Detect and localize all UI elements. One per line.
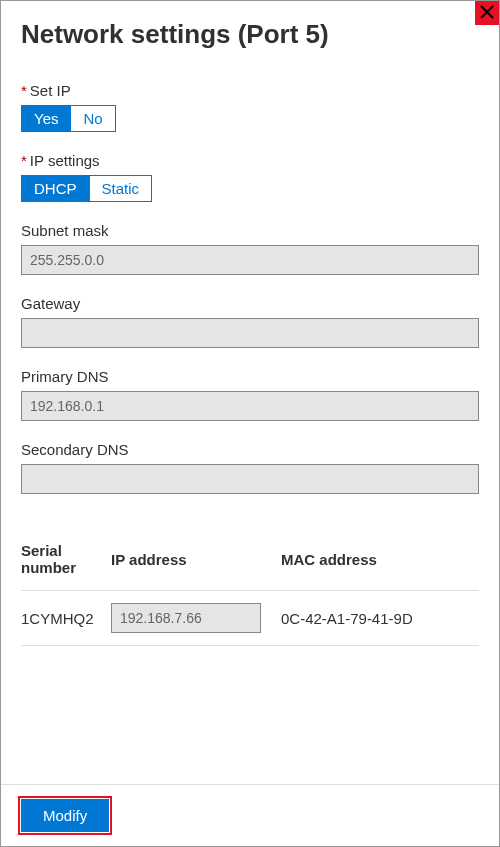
required-asterisk: * <box>21 82 27 99</box>
subnet-mask-label: Subnet mask <box>21 222 479 239</box>
subnet-mask-field: Subnet mask <box>21 222 479 275</box>
cell-mac: 0C-42-A1-79-41-9D <box>281 591 479 646</box>
ip-settings-label-text: IP settings <box>30 152 100 169</box>
primary-dns-label: Primary DNS <box>21 368 479 385</box>
table-row: 1CYMHQ2 0C-42-A1-79-41-9D <box>21 591 479 646</box>
secondary-dns-field: Secondary DNS <box>21 441 479 494</box>
primary-dns-field: Primary DNS <box>21 368 479 421</box>
set-ip-toggle: Yes No <box>21 105 116 132</box>
header-mac: MAC address <box>281 534 479 591</box>
table-header-row: Serial number IP address MAC address <box>21 534 479 591</box>
cell-serial: 1CYMHQ2 <box>21 591 111 646</box>
ip-settings-label: *IP settings <box>21 152 479 169</box>
gateway-field: Gateway <box>21 295 479 348</box>
ip-settings-toggle: DHCP Static <box>21 175 152 202</box>
primary-dns-input[interactable] <box>21 391 479 421</box>
set-ip-yes-button[interactable]: Yes <box>22 106 70 131</box>
modify-button[interactable]: Modify <box>21 799 109 832</box>
gateway-input[interactable] <box>21 318 479 348</box>
close-icon <box>480 5 494 22</box>
set-ip-field: *Set IP Yes No <box>21 82 479 132</box>
panel-footer: Modify <box>1 784 499 846</box>
ip-settings-field: *IP settings DHCP Static <box>21 152 479 202</box>
ip-address-input[interactable] <box>111 603 261 633</box>
network-settings-panel: Network settings (Port 5) *Set IP Yes No… <box>0 0 500 847</box>
required-asterisk: * <box>21 152 27 169</box>
set-ip-label-text: Set IP <box>30 82 71 99</box>
subnet-mask-input[interactable] <box>21 245 479 275</box>
page-title: Network settings (Port 5) <box>21 19 479 50</box>
panel-content: Network settings (Port 5) *Set IP Yes No… <box>1 1 499 784</box>
network-table: Serial number IP address MAC address 1CY… <box>21 534 479 646</box>
secondary-dns-label: Secondary DNS <box>21 441 479 458</box>
set-ip-no-button[interactable]: No <box>70 106 114 131</box>
cell-ip <box>111 591 281 646</box>
gateway-label: Gateway <box>21 295 479 312</box>
header-ip: IP address <box>111 534 281 591</box>
set-ip-label: *Set IP <box>21 82 479 99</box>
ip-settings-static-button[interactable]: Static <box>89 176 152 201</box>
secondary-dns-input[interactable] <box>21 464 479 494</box>
network-table-section: Serial number IP address MAC address 1CY… <box>21 534 479 646</box>
ip-settings-dhcp-button[interactable]: DHCP <box>22 176 89 201</box>
close-button[interactable] <box>475 1 499 25</box>
header-serial: Serial number <box>21 534 111 591</box>
